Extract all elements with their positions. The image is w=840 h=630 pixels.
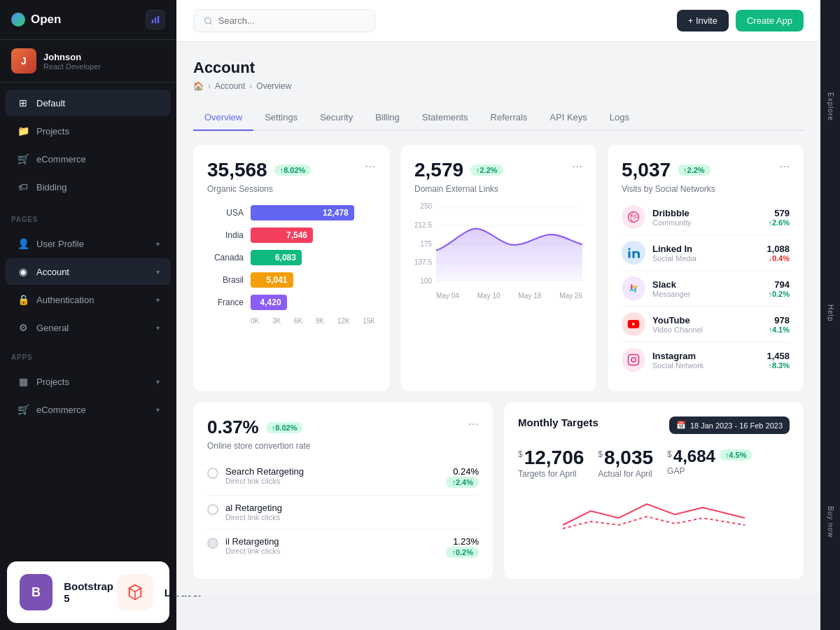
sidebar-item-authentication-label: Authentication [36,295,94,305]
sidebar-item-general[interactable]: ⚙ General ▾ [6,314,171,341]
tab-settings[interactable]: Settings [253,105,309,131]
create-app-button[interactable]: Create App [736,10,804,31]
social-list: Dribbble Community 579 ↑2.6% [622,200,790,377]
social-networks-badge: ↑2.2% [678,164,710,176]
tech-overlay: B Bootstrap 5 Laravel [7,561,169,623]
svg-point-18 [629,290,631,291]
sidebar: Open J Johnson React Developer ⊞ Default… [0,0,176,630]
bar-row-usa: USA 12,478 [207,205,375,220]
invite-button[interactable]: + Invite [677,10,729,31]
tab-security[interactable]: Security [309,105,364,131]
tab-referrals[interactable]: Referrals [479,105,539,131]
organic-sessions-metric: 35,568 ↑8.02% [207,159,311,181]
breadcrumb-account[interactable]: Account [215,81,245,91]
organic-sessions-badge: ↑8.02% [274,164,312,176]
right-panel: Explore Help Buy now [820,0,840,630]
domain-links-value: 2,579 [414,159,463,181]
lock-icon: 🔒 [17,293,29,306]
content-area: Account 🏠 › Account › Overview Overview … [176,42,820,596]
chevron-down-icon: ▾ [156,240,160,248]
main-content: + Invite Create App Account 🏠 › Account … [176,0,820,630]
svg-rect-15 [635,288,636,291]
organic-sessions-value: 35,568 [207,159,267,181]
sidebar-item-default-label: Default [36,98,65,108]
sidebar-item-user-profile[interactable]: 👤 User Profile ▾ [6,230,171,257]
retargeting-item-2: al Retargeting Direct link clicks [207,496,479,529]
targets-value: 12,706 [524,447,584,469]
retargeting-item-3: il Retargeting Direct link clicks 1.23% … [207,529,479,565]
monthly-title: Monthly Targets [518,416,598,428]
topbar: + Invite Create App [176,0,820,42]
retargeting-list: Search Retargeting Direct link clicks 0.… [207,459,479,565]
svg-point-12 [631,284,632,286]
topbar-actions: + Invite Create App [677,10,804,31]
sidebar-item-bidding-label: Bidding [36,182,66,192]
apps-label: APPS [0,345,176,364]
targets-label: Targets for April [518,469,584,479]
more-icon-3[interactable]: ··· [779,159,790,174]
sidebar-item-projects-app-label: Projects [36,377,69,387]
app-name: Open [31,13,61,27]
chevron-down-icon-3: ▾ [156,296,160,304]
home-icon: 🏠 [193,81,204,91]
sidebar-header: Open [0,0,176,40]
social-item-slack: Slack Messanger 794 ↑0.2% [622,271,790,307]
date-range: 📅 18 Jan 2023 - 16 Feb 2023 [669,416,790,434]
settings-icon: ⚙ [17,321,29,334]
buy-now-label[interactable]: Buy now [827,500,834,543]
chevron-down-icon-4: ▾ [156,324,160,332]
social-networks-label: Visits by Social Networks [622,184,715,194]
more-icon-4[interactable]: ··· [468,416,479,431]
conversion-metric: 0.37% ↑8.02% [207,416,310,438]
sidebar-item-projects-label: Projects [36,126,69,136]
bootstrap-label: Bootstrap 5 [64,580,117,604]
svg-rect-21 [629,355,639,365]
user-section: J Johnson React Developer [0,40,176,83]
tab-billing[interactable]: Billing [364,105,411,131]
sidebar-item-default[interactable]: ⊞ Default [6,90,171,116]
sidebar-item-projects-app[interactable]: ▦ Projects ▾ [6,368,171,395]
sidebar-item-authentication[interactable]: 🔒 Authentication ▾ [6,286,171,313]
search-box[interactable] [193,9,375,32]
bar-row-brasil: Brasil 5,041 [207,272,375,288]
tab-api-keys[interactable]: API Keys [538,105,598,131]
scrollable-main: Account 🏠 › Account › Overview Overview … [176,42,820,630]
svg-point-23 [636,356,637,358]
sidebar-item-projects[interactable]: 📁 Projects [6,118,171,144]
actual-value: 8,035 [604,447,653,469]
domain-links-metric: 2,579 ↑2.2% [414,159,503,181]
metrics-row: 35,568 ↑8.02% Organic Sessions ··· USA [193,145,804,391]
avatar: J [11,48,36,74]
sidebar-item-bidding[interactable]: 🏷 Bidding [6,174,171,200]
linkedin-icon [622,241,645,265]
instagram-icon [622,348,645,372]
cart-icon: 🛒 [17,403,29,416]
calendar-icon: 📅 [676,421,686,430]
actual-label: Actual for April [598,469,653,479]
explore-label[interactable]: Explore [827,87,834,127]
help-label[interactable]: Help [827,299,834,328]
social-networks-card: 5,037 ↑2.2% Visits by Social Networks ··… [608,145,804,391]
more-icon-2[interactable]: ··· [572,159,582,174]
svg-rect-17 [633,286,636,287]
sidebar-item-user-profile-label: User Profile [36,239,84,249]
tab-overview[interactable]: Overview [193,105,253,131]
sidebar-chart-icon[interactable] [146,10,165,29]
sidebar-item-ecommerce-app-label: eCommerce [36,405,86,415]
svg-point-3 [205,18,211,23]
sidebar-item-ecommerce-app[interactable]: 🛒 eCommerce ▾ [6,396,171,423]
check-circle-3 [207,538,218,549]
grid-icon: ⊞ [17,97,29,109]
tab-statements[interactable]: Statements [411,105,479,131]
more-icon-1[interactable]: ··· [365,159,375,174]
monthly-chart-svg [518,490,790,532]
sidebar-item-ecommerce[interactable]: 🛒 eCommerce [6,146,171,172]
organic-sessions-label: Organic Sessions [207,184,311,194]
sidebar-item-account[interactable]: ◉ Account ▾ [6,258,171,285]
svg-point-11 [629,248,631,250]
check-circle-1 [207,468,218,479]
tab-logs[interactable]: Logs [598,105,640,131]
search-input[interactable] [218,15,365,26]
dribbble-icon [622,205,645,229]
svg-rect-1 [155,18,156,23]
